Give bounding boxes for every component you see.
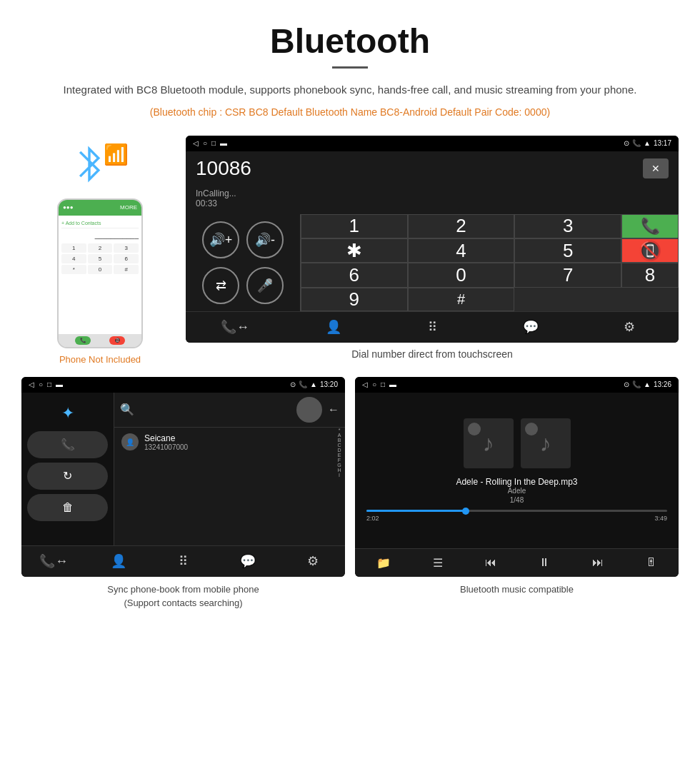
dial-body: 🔊+ 🔊- ⇄ 🎤 1 2 3 📞 ✱ 4 5 6 0 📵 7 (186, 214, 679, 311)
pb-delete-btn[interactable]: 🗑 (27, 494, 108, 521)
nav-phone-icon[interactable]: 📞↔ (221, 313, 249, 341)
phonebook-item: ◁ ○ □ ▬ ⊙ 📞 ▲ 13:20 ✦ (21, 377, 345, 610)
title-divider (332, 66, 368, 69)
dial-status-right: ⊙ 📞 ▲ 13:17 (624, 139, 671, 147)
top-section: 📶 ●●● MORE + Add to Contacts ___________… (21, 136, 679, 370)
pb-nav-settings-icon[interactable]: ⚙ (299, 547, 327, 575)
phone-key-4: 4 (61, 254, 86, 263)
phone-key-hash: # (114, 265, 139, 274)
dk5[interactable]: 5 (514, 238, 621, 263)
wifi-icon: ▲ (644, 139, 651, 147)
music-times: 2:02 3:49 (366, 515, 667, 522)
pb-back-arrow: ← (328, 403, 339, 416)
pb-alpha-bar: * A B C D E F G H I (334, 428, 345, 545)
music-location-icon: ⊙ (624, 380, 629, 388)
music-note-icon: ♪ (483, 430, 494, 457)
dial-transfer-btn[interactable]: ⇄ (202, 267, 239, 304)
pb-contact-info: Seicane 13241007000 (144, 433, 188, 451)
pb-content-inner: 👤 Seicane 13241007000 * A (114, 428, 345, 545)
pb-nav-back: ◁ (29, 380, 34, 388)
dial-keypad: 1 2 3 📞 ✱ 4 5 6 0 📵 7 8 9 # (300, 214, 679, 311)
dial-volume-down-btn[interactable]: 🔊- (246, 221, 284, 258)
pb-content: 🔍 ← 👤 Seicane 13241007000 (114, 393, 345, 545)
header-specs: (Bluetooth chip : CSR BC8 Default Blueto… (43, 104, 657, 121)
phone-screen: + Add to Contacts ___________ 1 2 3 4 5 … (59, 216, 141, 334)
pb-nav-notif: ▬ (56, 380, 63, 388)
music-wifi-icon: ▲ (644, 380, 651, 388)
dial-caption: Dial number direct from touchscreen (186, 348, 679, 360)
music-album-art-right: ♪ (521, 418, 571, 468)
dkhash[interactable]: # (408, 288, 515, 311)
dk8[interactable]: 8 (621, 263, 679, 287)
music-equalizer-icon[interactable]: 🎚 (646, 556, 657, 569)
nav-dialpad-icon[interactable]: ⠿ (418, 313, 446, 341)
dial-bottom-nav: 📞↔ 👤 ⠿ 💬 ⚙ (186, 311, 679, 343)
pb-nav-call-icon[interactable]: 📞↔ (39, 547, 68, 575)
music-caption: Bluetooth music compatible (355, 583, 679, 597)
dial-mute-btn[interactable]: 🎤 (246, 267, 284, 304)
music-playlist-icon[interactable]: ☰ (433, 556, 443, 570)
dial-section: ◁ ○ □ ▬ ⊙ 📞 ▲ 13:17 10086 ✕ (186, 136, 679, 370)
pb-phone-btn[interactable]: 📞 (27, 431, 108, 458)
music-next-icon[interactable]: ⏭ (592, 556, 604, 569)
dk1[interactable]: 1 (301, 214, 408, 238)
music-folder-icon[interactable]: 📁 (376, 556, 391, 570)
phone-key-star: * (61, 265, 86, 274)
pb-contact-list: 👤 Seicane 13241007000 (114, 428, 334, 545)
dk9[interactable]: 9 (301, 288, 408, 311)
dial-duration: 00:33 (196, 198, 669, 208)
phone-key-6: 6 (114, 254, 139, 263)
bluetooth-symbol-icon (71, 143, 107, 186)
phone-mockup: ●●● MORE + Add to Contacts ___________ 1… (57, 198, 143, 348)
pb-caption: Sync phone-book from mobile phone (Suppo… (21, 583, 345, 610)
dial-backspace-btn[interactable]: ✕ (643, 158, 669, 178)
music-nav-notif: ▬ (389, 380, 396, 388)
pb-sync-btn[interactable]: ↻ (27, 463, 108, 490)
phone-top-label: ●●● (63, 204, 74, 211)
phone-end-btn: 📵 (109, 336, 125, 345)
nav-messages-icon[interactable]: 💬 (516, 313, 545, 341)
phone-add-contact: + Add to Contacts (61, 218, 139, 228)
phone-more-btn: MORE (120, 204, 137, 211)
music-album-art-left: ♪ (464, 418, 514, 468)
dk3[interactable]: 3 (514, 214, 621, 238)
pb-search-icon: 🔍 (120, 403, 134, 416)
music-time: 13:26 (654, 380, 671, 388)
pb-time: 13:20 (320, 380, 338, 388)
pb-nav-dialpad-icon[interactable]: ⠿ (169, 547, 197, 575)
pb-nav-messages-icon[interactable]: 💬 (234, 547, 262, 575)
phone-key-2: 2 (88, 243, 113, 253)
phone-bottom-bar: 📞 📵 (59, 334, 141, 347)
phone-top-bar: ●●● MORE (59, 200, 141, 216)
pb-contact-avatar: 👤 (121, 433, 139, 450)
music-album-dot-2 (525, 423, 538, 435)
bluetooth-icon-wrap: 📶 (71, 143, 129, 193)
dial-call-btn[interactable]: 📞 (621, 214, 679, 238)
nav-contacts-icon[interactable]: 👤 (319, 313, 348, 341)
dial-extra-row: ⇄ 🎤 (202, 267, 284, 304)
dial-volume-up-btn[interactable]: 🔊+ (202, 221, 239, 258)
music-track: 1/48 (510, 496, 524, 504)
pb-call-icon: 📞 (299, 380, 307, 388)
music-nav-back: ◁ (362, 380, 368, 388)
music-time-total: 3:49 (654, 515, 667, 522)
music-play-pause-icon[interactable]: ⏸ (539, 556, 550, 569)
dkstar[interactable]: ✱ (301, 238, 408, 263)
phonebook-android-screen: ◁ ○ □ ▬ ⊙ 📞 ▲ 13:20 ✦ (21, 377, 345, 577)
dk7[interactable]: 7 (514, 263, 621, 287)
music-album-dot (468, 423, 481, 435)
music-nav-recent: □ (381, 380, 385, 388)
dk4[interactable]: 4 (408, 238, 515, 263)
music-album-row: ♪ ♪ (464, 418, 571, 468)
dk2[interactable]: 2 (408, 214, 515, 238)
pb-status-bar: ◁ ○ □ ▬ ⊙ 📞 ▲ 13:20 (21, 377, 345, 393)
music-prev-icon[interactable]: ⏮ (485, 556, 496, 569)
dk6[interactable]: 6 (301, 263, 408, 287)
page-title: Bluetooth (43, 21, 657, 61)
pb-search-row: 🔍 ← (114, 393, 345, 428)
pb-nav-contacts-icon[interactable]: 👤 (104, 547, 133, 575)
dial-android-screen: ◁ ○ □ ▬ ⊙ 📞 ▲ 13:17 10086 ✕ (186, 136, 679, 343)
dk0[interactable]: 0 (408, 263, 515, 287)
nav-settings-icon[interactable]: ⚙ (615, 313, 644, 341)
dial-end-btn[interactable]: 📵 (621, 238, 679, 263)
